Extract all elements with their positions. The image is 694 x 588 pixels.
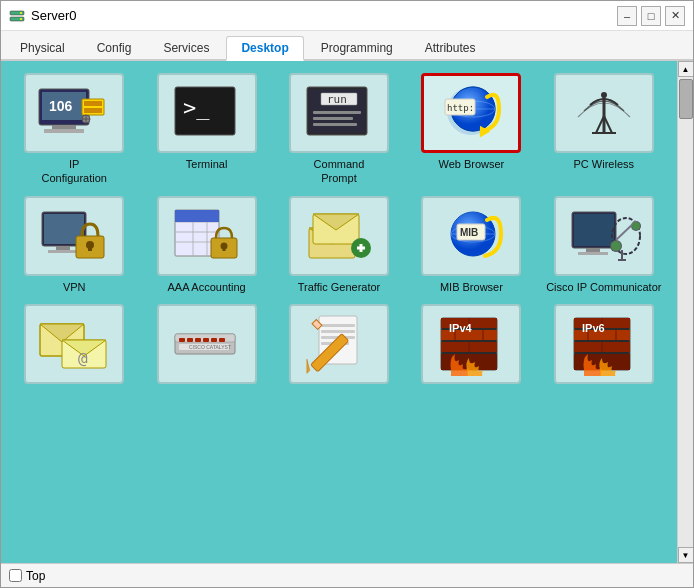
app-icon-mib-browser[interactable]: MIB MIB Browser (410, 196, 532, 294)
main-content: 106 IPConfiguration (1, 61, 693, 563)
desktop-area: 106 IPConfiguration (1, 61, 677, 563)
svg-rect-52 (222, 246, 225, 251)
icon-box-email: @ (24, 304, 124, 384)
bottom-bar: Top (1, 563, 693, 587)
icon-grid: 106 IPConfiguration (13, 73, 665, 388)
vpn-graphic (34, 204, 114, 268)
app-icon-cisco-ip-communicator[interactable]: Cisco IP Communicator (543, 196, 665, 294)
icon-label-cisco-ip-communicator: Cisco IP Communicator (546, 280, 661, 294)
svg-rect-42 (88, 245, 92, 251)
app-icon-text-editor[interactable] (278, 304, 400, 388)
app-icon-ip-configuration[interactable]: 106 IPConfiguration (13, 73, 135, 186)
svg-rect-95 (321, 330, 355, 333)
svg-rect-20 (313, 111, 361, 114)
app-icon-command-prompt[interactable]: run CommandPrompt (278, 73, 400, 186)
scrollbar[interactable]: ▲ ▼ (677, 61, 693, 563)
svg-text:>_: >_ (183, 95, 210, 120)
svg-rect-90 (219, 338, 225, 342)
icon-box-pc-wireless (554, 73, 654, 153)
svg-rect-39 (48, 250, 78, 253)
tab-attributes[interactable]: Attributes (410, 36, 491, 59)
icon-label-aaa-accounting: AAA Accounting (167, 280, 245, 294)
server-icon (9, 8, 25, 24)
top-label: Top (26, 569, 45, 583)
scroll-thumb[interactable] (679, 79, 693, 119)
maximize-button[interactable]: □ (641, 6, 661, 26)
tab-config[interactable]: Config (82, 36, 147, 59)
icon-box-web-browser: http: (421, 73, 521, 153)
scroll-down-button[interactable]: ▼ (678, 547, 694, 563)
svg-rect-21 (313, 117, 353, 120)
svg-rect-10 (84, 101, 102, 106)
svg-rect-59 (359, 244, 362, 252)
svg-rect-87 (195, 338, 201, 342)
icon-box-ipv4-firewall: IPv4 (421, 304, 521, 384)
terminal-graphic: >_ (167, 81, 247, 145)
mib-browser-graphic: MIB (431, 204, 511, 268)
app-icon-vpn[interactable]: VPN (13, 196, 135, 294)
svg-text:MIB: MIB (460, 227, 478, 238)
switch-graphic: CISCO CATALYST (167, 312, 247, 376)
top-checkbox-label[interactable]: Top (9, 569, 45, 583)
svg-point-2 (20, 12, 22, 14)
app-icon-aaa-accounting[interactable]: AAA Accounting (145, 196, 267, 294)
app-icon-switch[interactable]: CISCO CATALYST (145, 304, 267, 388)
close-button[interactable]: ✕ (665, 6, 685, 26)
tab-programming[interactable]: Programming (306, 36, 408, 59)
pc-wireless-graphic (564, 81, 644, 145)
icon-label-ip-configuration: IPConfiguration (41, 157, 106, 186)
app-icon-traffic-generator[interactable]: Traffic Generator (278, 196, 400, 294)
title-bar-left: Server0 (9, 8, 77, 24)
icon-box-cisco-ip-communicator (554, 196, 654, 276)
svg-text:run: run (327, 93, 347, 106)
icon-box-ip-configuration: 106 (24, 73, 124, 153)
tab-physical[interactable]: Physical (5, 36, 80, 59)
icon-box-ipv6-firewall: IPv6 (554, 304, 654, 384)
app-icon-ipv4-firewall[interactable]: IPv4 (410, 304, 532, 388)
app-icon-ipv6-firewall[interactable]: IPv6 (543, 304, 665, 388)
aaa-graphic (167, 204, 247, 268)
svg-rect-67 (574, 214, 614, 246)
app-icon-web-browser[interactable]: http: Web Browser (410, 73, 532, 186)
tab-desktop[interactable]: Desktop (226, 36, 303, 61)
icon-box-text-editor (289, 304, 389, 384)
icon-label-mib-browser: MIB Browser (440, 280, 503, 294)
ipv4-firewall-graphic: IPv4 (431, 312, 511, 376)
svg-rect-11 (84, 108, 102, 113)
text-editor-graphic (299, 312, 379, 376)
svg-rect-38 (56, 246, 70, 250)
icon-label-pc-wireless: PC Wireless (574, 157, 635, 171)
icon-box-aaa-accounting (157, 196, 257, 276)
svg-rect-7 (52, 125, 76, 129)
email-graphic: @ (34, 312, 114, 376)
svg-point-35 (601, 92, 607, 98)
command-prompt-graphic: run (299, 81, 379, 145)
top-checkbox[interactable] (9, 569, 22, 582)
icon-label-command-prompt: CommandPrompt (314, 157, 365, 186)
icon-box-terminal: >_ (157, 73, 257, 153)
app-icon-email[interactable]: @ (13, 304, 135, 388)
svg-rect-94 (321, 324, 355, 327)
main-window: Server0 – □ ✕ Physical Config Services D… (0, 0, 694, 588)
svg-rect-68 (586, 248, 600, 252)
minimize-button[interactable]: – (617, 6, 637, 26)
svg-point-3 (20, 18, 22, 20)
icon-box-vpn (24, 196, 124, 276)
icon-label-web-browser: Web Browser (438, 157, 504, 171)
icon-label-terminal: Terminal (186, 157, 228, 171)
svg-text:http:: http: (447, 103, 474, 113)
ipv6-firewall-graphic: IPv6 (564, 312, 644, 376)
svg-text:IPv6: IPv6 (582, 322, 605, 334)
svg-rect-89 (211, 338, 217, 342)
icon-label-traffic-generator: Traffic Generator (298, 280, 381, 294)
scroll-up-button[interactable]: ▲ (678, 61, 694, 77)
app-icon-pc-wireless[interactable]: PC Wireless (543, 73, 665, 186)
svg-rect-88 (203, 338, 209, 342)
svg-rect-8 (44, 129, 84, 133)
svg-rect-86 (187, 338, 193, 342)
icon-box-switch: CISCO CATALYST (157, 304, 257, 384)
tab-services[interactable]: Services (148, 36, 224, 59)
svg-text:106: 106 (49, 98, 73, 114)
app-icon-terminal[interactable]: >_ Terminal (145, 73, 267, 186)
svg-point-77 (632, 222, 640, 230)
